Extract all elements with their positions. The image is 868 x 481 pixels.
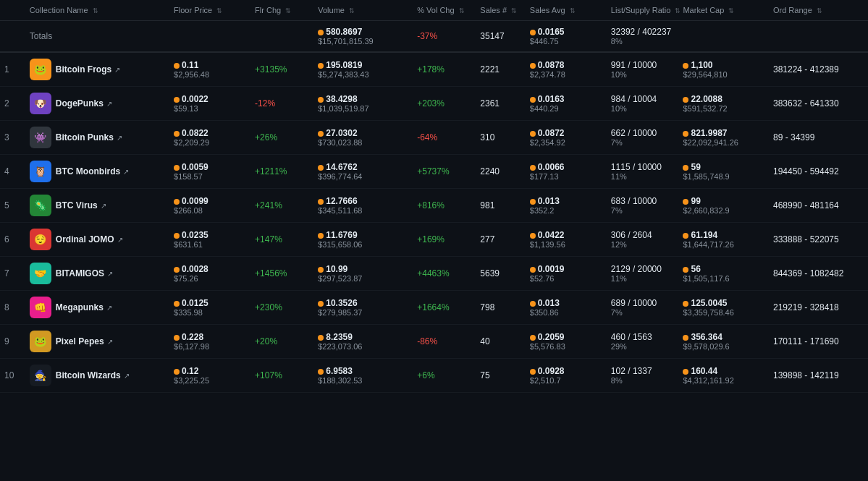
sales-avg-btc: 0.0878 (538, 60, 565, 70)
sort-icon: ⇅ (216, 7, 222, 14)
market-cap-btc: 160.44 (691, 366, 717, 376)
market-cap-header[interactable]: Market Cap ⇅ (678, 0, 769, 21)
external-link-icon[interactable]: ↗ (114, 66, 120, 74)
collections-table: Collection Name ⇅ Floor Price ⇅ Flr Chg … (0, 0, 868, 393)
list-pct: 11% (611, 172, 675, 181)
list-ratio: 1115 / 10000 (611, 162, 675, 172)
volume-btc: 11.6769 (326, 230, 357, 240)
ord-range-value: 333888 - 522075 (773, 234, 839, 244)
sales-avg-usd: $440.29 (530, 104, 602, 113)
list-ratio-header[interactable]: List/Supply Ratio ⇅ (607, 0, 679, 21)
avatar: 🦠 (30, 195, 51, 216)
vol-chg-value: +6% (417, 370, 434, 380)
list-pct: 7% (611, 308, 675, 317)
collection-title: BTC Moonbirds (56, 166, 120, 176)
btc-dot-icon (530, 30, 536, 35)
btc-dot-icon (318, 233, 324, 239)
external-link-icon[interactable]: ↗ (123, 168, 129, 176)
btc-dot-icon (530, 369, 536, 375)
btc-dot-icon (174, 165, 180, 171)
btc-dot-icon (318, 63, 324, 69)
floor-usd: $6,127.98 (174, 342, 246, 351)
totals-avg-btc: 0.0165 (538, 27, 565, 37)
avatar: 👊 (30, 297, 51, 318)
ord-range-value: 219219 - 328418 (773, 302, 839, 312)
vol-chg-value: +178% (417, 64, 444, 75)
btc-dot-icon (174, 131, 180, 137)
btc-dot-icon (318, 369, 324, 375)
flr-chg-header[interactable]: Flr Chg ⇅ (250, 0, 313, 21)
external-link-icon[interactable]: ↗ (101, 202, 106, 210)
flr-chg-value: +147% (255, 234, 282, 244)
volume-usd: $730,023.88 (318, 138, 408, 147)
vol-chg-header[interactable]: % Vol Chg ⇅ (413, 0, 476, 21)
sales-count: 40 (480, 336, 489, 346)
floor-price-header[interactable]: Floor Price ⇅ (169, 0, 250, 21)
sort-icon: ⇅ (285, 7, 291, 14)
ord-range-value: 383632 - 641330 (773, 98, 839, 108)
volume-btc: 195.0819 (326, 60, 362, 70)
collection-name-header[interactable]: Collection Name ⇅ (25, 0, 169, 21)
market-cap-btc: 56 (691, 264, 700, 274)
avatar: 😌 (30, 229, 51, 250)
table-row: 10 🧙 Bitcoin Wizards ↗ 0.12 $3,225.25 +1… (0, 359, 868, 393)
rank-number: 4 (4, 166, 9, 176)
table-row: 8 👊 Megapunks ↗ 0.0125 $335.98 +230% 10.… (0, 291, 868, 325)
sales-count: 981 (480, 200, 494, 210)
totals-volume-usd: $15,701,815.39 (318, 37, 408, 46)
external-link-icon[interactable]: ↗ (124, 372, 130, 380)
sales-avg-btc: 0.2059 (538, 332, 565, 342)
list-pct: 10% (611, 70, 675, 79)
btc-dot-icon (318, 165, 324, 171)
table-body: Totals 580.8697 $15,701,815.39 -37% 3514… (0, 21, 868, 393)
collection-title: Megapunks (56, 302, 104, 312)
list-pct: 7% (611, 206, 675, 215)
btc-dot-icon (683, 199, 688, 205)
ord-range-header[interactable]: Ord Range ⇅ (769, 0, 868, 21)
flr-chg-value: +230% (255, 302, 282, 312)
market-cap-usd: $1,644,717.26 (683, 240, 764, 249)
external-link-icon[interactable]: ↗ (106, 304, 112, 312)
external-link-icon[interactable]: ↗ (107, 338, 113, 346)
external-link-icon[interactable]: ↗ (106, 100, 112, 108)
collection-title: Bitcoin Wizards (56, 370, 121, 380)
external-link-icon[interactable]: ↗ (117, 236, 123, 244)
flr-chg-value: +20% (255, 336, 277, 346)
floor-btc: 0.0235 (182, 230, 208, 240)
collection-title: Ordinal JOMO (56, 234, 114, 244)
volume-header[interactable]: Volume ⇅ (313, 0, 413, 21)
sales-header[interactable]: Sales # ⇅ (476, 0, 525, 21)
volume-btc: 14.6762 (326, 162, 357, 172)
sales-avg-usd: $2,510.7 (530, 376, 602, 385)
external-link-icon[interactable]: ↗ (117, 134, 122, 142)
floor-btc: 0.0822 (182, 128, 208, 138)
sales-avg-btc: 0.0422 (538, 230, 565, 240)
volume-usd: $188,302.53 (318, 376, 408, 385)
list-ratio: 102 / 1337 (611, 366, 675, 376)
flr-chg-value: +1456% (255, 268, 287, 278)
totals-list-ratio: 32392 / 402237 (611, 27, 675, 37)
market-cap-btc: 125.0045 (691, 298, 727, 308)
market-cap-btc: 99 (691, 196, 700, 206)
btc-dot-icon (174, 267, 180, 273)
market-cap-btc: 821.9987 (691, 128, 727, 138)
list-pct: 11% (611, 274, 675, 283)
external-link-icon[interactable]: ↗ (107, 270, 113, 278)
sales-count: 5639 (480, 268, 500, 278)
sales-count: 2361 (480, 98, 500, 108)
avatar: 👾 (30, 127, 51, 148)
btc-dot-icon (683, 131, 688, 137)
btc-dot-icon (683, 267, 688, 273)
sales-count: 277 (480, 234, 494, 244)
btc-dot-icon (530, 301, 536, 307)
floor-usd: $2,956.48 (174, 70, 246, 79)
sales-avg-btc: 0.0163 (538, 94, 565, 104)
sales-count: 75 (480, 370, 489, 380)
floor-btc: 0.0028 (182, 264, 208, 274)
list-pct: 7% (611, 138, 675, 147)
volume-btc: 8.2359 (326, 332, 353, 342)
list-pct: 12% (611, 240, 675, 249)
collection-title: Pixel Pepes (56, 336, 104, 346)
sales-avg-header[interactable]: Sales Avg ⇅ (526, 0, 607, 21)
btc-dot-icon (318, 131, 324, 137)
